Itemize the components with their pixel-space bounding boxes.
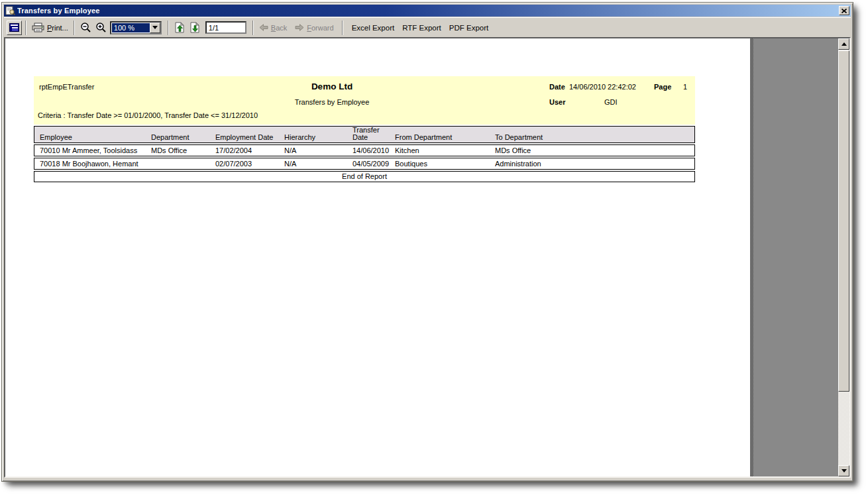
- column-header-employee: Employee: [40, 134, 149, 141]
- zoom-level-value: 100 %: [112, 23, 150, 32]
- forward-label: Forward: [307, 24, 333, 32]
- print-label: Print...: [47, 24, 68, 32]
- back-arrow-icon: [259, 24, 268, 31]
- scroll-down-icon: [841, 469, 847, 472]
- column-header-employment-date: Employment Date: [215, 134, 282, 141]
- close-icon: [841, 9, 847, 13]
- report-viewer-window: Transfers by Employee: [1, 2, 853, 482]
- table-cell-transfer-date: 14/06/2010: [353, 146, 390, 155]
- table-cell-from-department: Kitchen: [395, 146, 493, 155]
- page-number-input[interactable]: [205, 21, 246, 34]
- toolbar-separator: [74, 21, 75, 35]
- date-label: Date: [549, 83, 565, 91]
- table-cell-to-department: MDs Office: [495, 146, 690, 155]
- vertical-scrollbar[interactable]: [838, 38, 849, 476]
- back-button[interactable]: Back: [257, 23, 289, 33]
- column-header-department: Department: [151, 134, 213, 141]
- column-header-transfer-date: Transfer Date: [353, 127, 390, 141]
- zoom-level-combobox[interactable]: 100 %: [110, 21, 162, 34]
- company-name: Demo Ltd: [311, 82, 353, 91]
- pdf-export-button[interactable]: PDF Export: [448, 23, 490, 33]
- table-cell-department: MDs Office: [151, 146, 213, 155]
- back-label: Back: [271, 24, 287, 32]
- zoom-dropdown-button[interactable]: [150, 23, 160, 33]
- date-value: 14/06/2010 22:42:02: [569, 83, 636, 91]
- table-header-row: Employee Department Employment Date Hier…: [34, 126, 695, 143]
- page-value: 1: [670, 83, 687, 91]
- criteria-text: Criteria : Transfer Date >= 01/01/2000, …: [38, 111, 258, 119]
- zoom-out-button[interactable]: [78, 21, 93, 34]
- page-label: Page: [654, 83, 671, 91]
- forward-arrow-icon: [295, 24, 304, 31]
- page-down-icon: [190, 22, 201, 33]
- page-up-icon: [174, 22, 186, 33]
- titlebar: Transfers by Employee: [4, 5, 851, 17]
- end-of-report-row: End of Report: [34, 171, 695, 182]
- report-title: Transfers by Employee: [34, 98, 630, 106]
- next-page-button[interactable]: [188, 21, 203, 34]
- toolbar-separator: [25, 21, 27, 35]
- table-cell-employee: 70018 Mr Boojhawon, Hemant: [40, 160, 149, 168]
- toolbar-separator: [252, 21, 254, 35]
- toolbar-separator: [342, 21, 343, 35]
- toolbar-separator: [168, 21, 169, 35]
- previous-page-button[interactable]: [172, 21, 188, 34]
- table-row: 70010 Mr Ammeer, Toolsidass MDs Office 1…: [34, 144, 695, 156]
- report-page: rptEmpETransfer Demo Ltd Transfers by Em…: [5, 38, 750, 476]
- table-cell-hierarchy: N/A: [284, 146, 349, 155]
- column-header-from-department: From Department: [395, 134, 493, 141]
- table-row: 70018 Mr Boojhawon, Hemant 02/07/2003 N/…: [34, 158, 695, 170]
- page-shadow: [750, 38, 753, 476]
- group-tree-toggle-button[interactable]: [7, 21, 22, 35]
- scroll-up-icon: [841, 42, 847, 46]
- report-canvas: rptEmpETransfer Demo Ltd Transfers by Em…: [4, 37, 851, 478]
- printer-icon: [32, 23, 44, 32]
- report-header-band: rptEmpETransfer Demo Ltd Transfers by Em…: [34, 76, 695, 125]
- excel-export-button[interactable]: Excel Export: [351, 23, 396, 33]
- column-header-to-department: To Department: [495, 134, 690, 141]
- toolbar: Print... 100 %: [4, 17, 851, 37]
- table-cell-hierarchy: N/A: [284, 160, 349, 168]
- scrollbar-thumb[interactable]: [838, 50, 849, 392]
- zoom-out-icon: [80, 22, 91, 33]
- scroll-up-button[interactable]: [838, 38, 849, 50]
- rtf-export-button[interactable]: RTF Export: [401, 23, 443, 33]
- zoom-in-icon: [95, 22, 107, 33]
- group-tree-icon: [9, 23, 19, 32]
- user-value: GDI: [604, 98, 618, 106]
- table-cell-from-department: Boutiques: [395, 160, 493, 168]
- report-company-wrap: Demo Ltd: [34, 82, 630, 91]
- user-label: User: [549, 98, 565, 106]
- column-header-hierarchy: Hierarchy: [284, 134, 349, 141]
- forward-button[interactable]: Forward: [293, 23, 335, 33]
- zoom-in-button[interactable]: [93, 21, 109, 34]
- print-button[interactable]: Print...: [30, 21, 70, 34]
- close-button[interactable]: [839, 6, 849, 15]
- scroll-down-button[interactable]: [838, 465, 849, 476]
- table-cell-transfer-date: 04/05/2009: [353, 160, 390, 168]
- table-cell-to-department: Administration: [495, 160, 690, 168]
- table-cell-employment-date: 17/02/2004: [215, 146, 282, 155]
- app-icon: [5, 6, 15, 15]
- window-title: Transfers by Employee: [17, 7, 837, 15]
- table-cell-employee: 70010 Mr Ammeer, Toolsidass: [40, 146, 149, 155]
- chevron-down-icon: [152, 26, 158, 29]
- table-cell-employment-date: 02/07/2003: [215, 160, 282, 168]
